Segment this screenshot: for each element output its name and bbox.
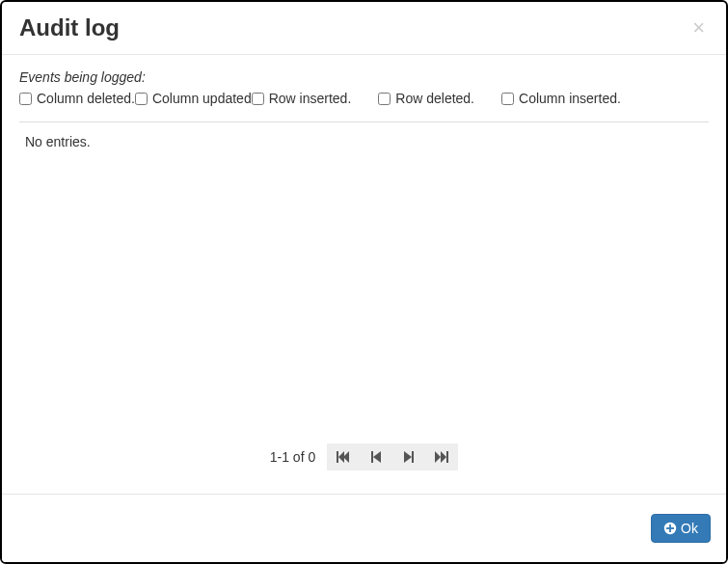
pager-last-button[interactable] <box>425 443 458 470</box>
event-column-updated[interactable]: Column updated <box>135 91 252 106</box>
event-label: Column inserted. <box>519 91 621 106</box>
events-heading: Events being logged: <box>19 69 709 85</box>
pager: 1-1 of 0 <box>19 438 709 484</box>
svg-rect-2 <box>666 527 674 529</box>
event-label: Row inserted. <box>269 91 352 106</box>
event-column-deleted[interactable]: Column deleted. <box>19 91 135 106</box>
pager-buttons <box>327 443 458 470</box>
pager-first-button[interactable] <box>327 443 360 470</box>
divider <box>19 121 709 122</box>
ok-button-label: Ok <box>681 521 698 536</box>
event-column-inserted-checkbox[interactable] <box>501 93 514 105</box>
last-page-icon <box>435 451 448 463</box>
modal-header: Audit log × <box>2 2 726 55</box>
prev-page-icon <box>371 451 381 463</box>
pager-text: 1-1 of 0 <box>270 449 315 465</box>
event-row-inserted-checkbox[interactable] <box>252 93 264 105</box>
event-label: Column deleted. <box>37 91 135 106</box>
ok-button[interactable]: Ok <box>651 514 711 543</box>
first-page-icon <box>337 451 350 463</box>
event-row-inserted[interactable]: Row inserted. <box>252 91 352 106</box>
events-row: Column deleted. Column updated Row inser… <box>19 91 709 106</box>
modal-body: Events being logged: Column deleted. Col… <box>2 55 726 494</box>
event-label: Column updated <box>152 91 252 106</box>
event-column-updated-checkbox[interactable] <box>135 93 148 105</box>
modal-footer: Ok <box>2 494 726 562</box>
modal-title: Audit log <box>19 14 688 41</box>
plus-circle-icon <box>663 522 677 535</box>
event-column-inserted[interactable]: Column inserted. <box>501 91 621 106</box>
close-button[interactable]: × <box>688 17 709 39</box>
no-entries-text: No entries. <box>25 134 91 149</box>
event-label: Row deleted. <box>395 91 474 106</box>
entries-area: No entries. <box>19 132 709 438</box>
event-column-deleted-checkbox[interactable] <box>19 93 32 105</box>
event-row-deleted-checkbox[interactable] <box>378 93 391 105</box>
pager-next-button[interactable] <box>392 443 425 470</box>
next-page-icon <box>404 451 414 463</box>
event-row-deleted[interactable]: Row deleted. <box>378 91 474 106</box>
pager-prev-button[interactable] <box>360 443 392 470</box>
audit-log-modal: Audit log × Events being logged: Column … <box>0 0 728 564</box>
close-icon: × <box>692 15 705 40</box>
